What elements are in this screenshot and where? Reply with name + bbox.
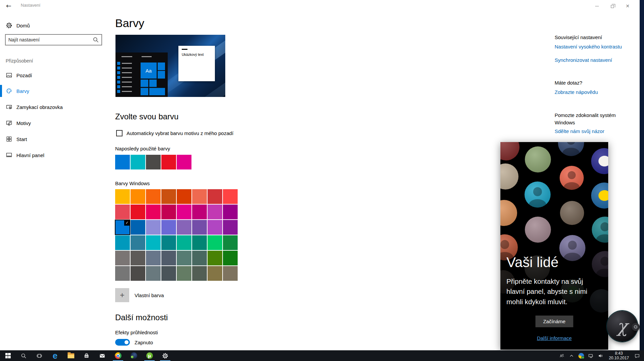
sidebar-item-lockscreen[interactable]: Zamykací obrazovka	[0, 100, 102, 114]
start-button[interactable]	[0, 350, 16, 361]
tray-clock[interactable]: 8:43 20.10.2017	[606, 351, 632, 360]
task-view-icon	[36, 353, 43, 359]
high-contrast-link[interactable]: Nastavení vysokého kontrastu	[555, 44, 622, 49]
windows-color-swatch[interactable]	[161, 205, 176, 219]
add-custom-color-button[interactable]: +	[115, 288, 129, 302]
sidebar-item-colors[interactable]: Barvy	[0, 84, 102, 98]
recent-color-swatch[interactable]	[177, 155, 191, 169]
action-center-button[interactable]	[632, 350, 644, 361]
preview-sample-window: Ukázkový text	[178, 46, 215, 81]
store-icon[interactable]	[79, 350, 94, 361]
windows-color-swatch[interactable]	[192, 205, 207, 219]
windows-color-swatch[interactable]	[177, 220, 191, 235]
windows-color-swatch[interactable]	[192, 189, 207, 204]
sidebar-item-taskbar[interactable]: Hlavní panel	[0, 148, 102, 162]
windows-color-swatch[interactable]	[223, 251, 238, 265]
windows-color-swatch[interactable]	[208, 235, 222, 250]
windows-color-swatch[interactable]	[177, 189, 191, 204]
recent-color-swatch[interactable]	[131, 155, 145, 169]
windows-color-swatch[interactable]	[146, 205, 161, 219]
windows-color-swatch[interactable]	[146, 266, 161, 281]
windows-color-swatch[interactable]	[177, 205, 191, 219]
volume-tray-icon[interactable]	[596, 350, 606, 361]
sidebar-item-label: Barvy	[16, 88, 29, 94]
page-title: Barvy	[115, 17, 144, 30]
windows-color-swatch[interactable]	[208, 205, 222, 219]
recent-color-swatch[interactable]	[161, 155, 176, 169]
sidebar-item-background[interactable]: Pozadí	[0, 69, 102, 82]
checkbox-icon[interactable]	[116, 130, 123, 136]
taskbar-search-button[interactable]	[16, 350, 31, 361]
sync-settings-link[interactable]: Synchronizovat nastavení	[555, 57, 612, 63]
windows-color-swatch[interactable]	[208, 251, 222, 265]
windows-color-swatch[interactable]	[177, 251, 191, 265]
windows-color-swatch[interactable]	[192, 251, 207, 265]
windows-color-swatch[interactable]	[161, 235, 176, 250]
get-help-link[interactable]: Zobrazte nápovědu	[555, 89, 598, 95]
windows-color-swatch[interactable]	[131, 251, 145, 265]
get-started-button[interactable]: Začínáme	[536, 316, 573, 327]
windows-color-swatch[interactable]	[192, 266, 207, 281]
minimize-button[interactable]	[589, 0, 605, 12]
restore-button[interactable]	[605, 0, 620, 12]
sidebar-item-home[interactable]: Domů	[0, 19, 102, 32]
windows-color-swatch[interactable]	[223, 235, 238, 250]
windows-color-swatch[interactable]	[208, 189, 222, 204]
auto-accent-checkbox-row[interactable]: Automaticky vybrat barvu motivu z mého p…	[116, 130, 233, 136]
taskbar-settings-icon[interactable]	[157, 350, 173, 361]
recent-color-swatch[interactable]	[115, 155, 130, 169]
windows-color-swatch[interactable]	[161, 189, 176, 204]
task-view-button[interactable]	[31, 350, 47, 361]
windows-color-swatch[interactable]	[223, 189, 238, 204]
windows-color-swatch[interactable]	[192, 220, 207, 235]
windows-color-swatch[interactable]	[146, 189, 161, 204]
windows-color-swatch[interactable]	[115, 251, 130, 265]
windows-color-swatch[interactable]	[115, 205, 130, 219]
chrome-icon[interactable]	[110, 350, 126, 361]
search-icon[interactable]	[92, 36, 99, 43]
back-button[interactable]: ←	[6, 2, 11, 9]
windows-color-swatch[interactable]	[131, 220, 145, 235]
windows-color-swatch[interactable]	[146, 251, 161, 265]
windows-color-swatch[interactable]	[208, 266, 222, 281]
windows-color-swatch[interactable]	[161, 220, 176, 235]
speaker-promo-disc[interactable]: χ	[607, 311, 638, 342]
windows-color-swatch[interactable]	[177, 235, 191, 250]
custom-color-label: Vlastní barva	[135, 292, 164, 298]
people-tray-button[interactable]	[557, 350, 567, 361]
windows-color-swatch[interactable]	[146, 235, 161, 250]
search-input[interactable]	[6, 35, 92, 45]
recent-color-swatch[interactable]	[146, 155, 161, 169]
windows-color-swatch[interactable]	[208, 220, 222, 235]
sidebar-item-themes[interactable]: Motivy	[0, 116, 102, 130]
windows-color-swatch[interactable]	[177, 266, 191, 281]
daemon-tools-icon[interactable]	[126, 350, 142, 361]
network-tray-icon[interactable]	[586, 350, 596, 361]
sidebar-item-start[interactable]: Start	[0, 132, 102, 146]
windows-color-swatch[interactable]: ✓	[115, 220, 130, 235]
windows-color-swatch[interactable]	[115, 235, 130, 250]
utorrent-icon[interactable]: µ	[142, 350, 157, 361]
windows-color-swatch[interactable]	[146, 220, 161, 235]
windows-color-swatch[interactable]	[161, 251, 176, 265]
windows-color-swatch[interactable]	[115, 266, 130, 281]
edge-icon[interactable]: e	[47, 350, 63, 361]
file-explorer-icon[interactable]	[63, 350, 79, 361]
defender-tray-icon[interactable]	[576, 350, 586, 361]
windows-color-swatch[interactable]	[223, 205, 238, 219]
windows-color-swatch[interactable]	[131, 235, 145, 250]
tray-chevron-up[interactable]	[567, 350, 576, 361]
learn-more-link[interactable]: Další informace	[500, 335, 608, 341]
give-feedback-link[interactable]: Sdělte nám svůj názor	[555, 128, 604, 134]
windows-color-swatch[interactable]	[192, 235, 207, 250]
windows-color-swatch[interactable]	[131, 189, 145, 204]
windows-color-swatch[interactable]	[161, 266, 176, 281]
windows-color-swatch[interactable]	[115, 189, 130, 204]
mail-icon[interactable]	[94, 350, 110, 361]
transparency-toggle[interactable]	[115, 339, 130, 346]
windows-color-swatch[interactable]	[223, 266, 238, 281]
close-button[interactable]: ✕	[620, 0, 635, 12]
windows-color-swatch[interactable]	[223, 220, 238, 235]
windows-color-swatch[interactable]	[131, 205, 145, 219]
windows-color-swatch[interactable]	[131, 266, 145, 281]
